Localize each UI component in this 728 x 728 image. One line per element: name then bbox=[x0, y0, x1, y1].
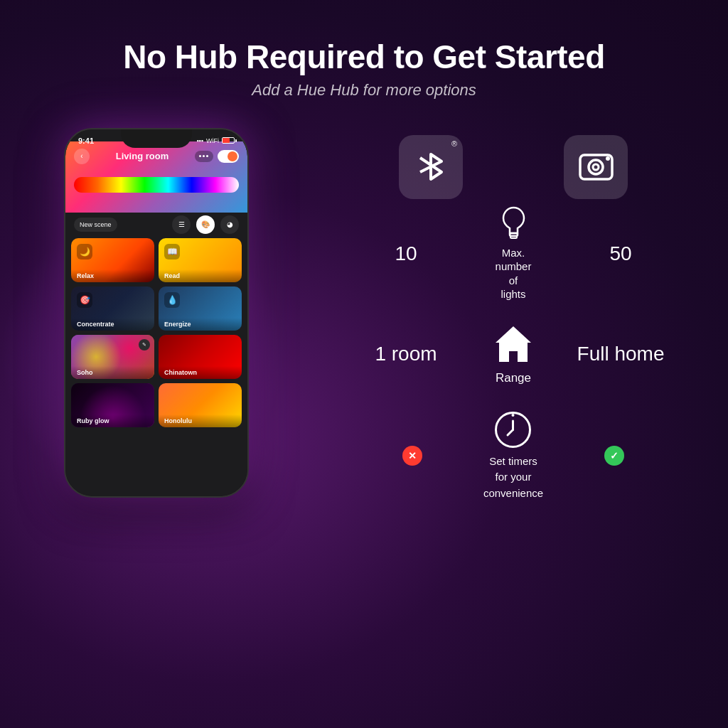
clock-icon bbox=[493, 410, 532, 449]
scene-honolulu[interactable]: Honolulu bbox=[159, 383, 242, 427]
lights-label: Max. numberof lights bbox=[496, 246, 532, 301]
room-title: Living room bbox=[116, 151, 168, 161]
main-content: 9:41 ▪▪▪ WiFi ‹ Living room bbox=[0, 121, 728, 502]
wifi-icon: WiFi bbox=[206, 137, 219, 144]
hub-icon-container bbox=[564, 135, 628, 199]
svg-point-2 bbox=[593, 164, 599, 170]
phone-screen: 9:41 ▪▪▪ WiFi ‹ Living room bbox=[65, 129, 247, 496]
bluetooth-icon bbox=[413, 147, 449, 186]
scene-relax-label: Relax bbox=[71, 269, 154, 282]
lights-center: Max. numberof lights bbox=[485, 206, 542, 301]
scene-controls: New scene ☰ 🎨 ◕ bbox=[65, 213, 247, 238]
timer-section: ✕ Set timersfor yourconvenience ✓ bbox=[334, 400, 692, 502]
color-wheel-button[interactable]: ◕ bbox=[220, 215, 239, 234]
yes-timer-icon: ✓ bbox=[604, 446, 624, 466]
info-panel: ® 10 bbox=[291, 121, 707, 502]
signal-icon: ▪▪▪ bbox=[196, 137, 203, 144]
back-button[interactable]: ‹ bbox=[74, 149, 90, 164]
svg-point-10 bbox=[512, 414, 515, 417]
timer-bluetooth-status: ✕ bbox=[341, 446, 483, 466]
relax-icon: 🌙 bbox=[77, 244, 92, 259]
read-icon: 📖 bbox=[164, 244, 180, 259]
no-timer-icon: ✕ bbox=[402, 446, 422, 466]
scene-relax[interactable]: 🌙 Relax bbox=[71, 238, 154, 282]
room-header: ‹ Living room bbox=[65, 141, 247, 213]
energize-icon: 💧 bbox=[164, 292, 180, 308]
scene-concentrate[interactable]: 🎯 Concentrate bbox=[71, 287, 154, 331]
battery-icon bbox=[222, 137, 235, 144]
bluetooth-icon-container: ® bbox=[399, 135, 463, 199]
icons-row: ® bbox=[334, 135, 692, 199]
scene-soho[interactable]: ✎ Soho bbox=[71, 335, 154, 379]
lights-section: 10 Max. numberof lights 50 bbox=[334, 206, 692, 309]
more-options-button[interactable] bbox=[195, 151, 213, 162]
page-header: No Hub Required to Get Started Add a Hue… bbox=[0, 0, 728, 121]
range-hub-label: Full home bbox=[556, 343, 685, 365]
hub-count-value: 50 bbox=[556, 242, 685, 265]
scene-rubyglow-label: Ruby glow bbox=[71, 414, 154, 427]
phone-mockup: 9:41 ▪▪▪ WiFi ‹ Living room bbox=[64, 128, 249, 498]
bulb-icon bbox=[501, 206, 526, 242]
phone-wrapper: 9:41 ▪▪▪ WiFi ‹ Living room bbox=[21, 128, 291, 498]
status-time: 9:41 bbox=[78, 136, 94, 145]
scene-read-label: Read bbox=[159, 269, 242, 282]
control-icons: ☰ 🎨 ◕ bbox=[172, 215, 239, 234]
house-icon bbox=[492, 323, 535, 365]
scene-honolulu-label: Honolulu bbox=[159, 414, 242, 427]
list-view-button[interactable]: ☰ bbox=[172, 215, 191, 234]
bluetooth-lights-count: 10 bbox=[341, 242, 471, 265]
range-section: 1 room Range Full home bbox=[334, 309, 692, 400]
scene-energize[interactable]: 💧 Energize bbox=[159, 287, 242, 331]
svg-point-3 bbox=[606, 156, 610, 161]
svg-rect-5 bbox=[510, 236, 517, 238]
palette-button[interactable]: 🎨 bbox=[196, 215, 215, 234]
bluetooth-count-value: 10 bbox=[341, 242, 471, 265]
color-bar[interactable] bbox=[74, 177, 239, 193]
svg-point-1 bbox=[589, 160, 603, 174]
scenes-grid: 🌙 Relax 📖 Read 🎯 Concentrate 💧 Energize bbox=[65, 238, 247, 427]
hub-range-value: Full home bbox=[556, 343, 685, 365]
scene-concentrate-label: Concentrate bbox=[71, 318, 154, 331]
scene-chinatown-label: Chinatown bbox=[159, 366, 242, 379]
scene-rubyglow[interactable]: Ruby glow bbox=[71, 383, 154, 427]
concentrate-icon: 🎯 bbox=[77, 292, 92, 308]
main-subtitle: Add a Hue Hub for more options bbox=[0, 81, 728, 100]
timer-hub-status: ✓ bbox=[543, 446, 685, 466]
reg-mark: ® bbox=[451, 139, 457, 148]
svg-line-9 bbox=[508, 429, 513, 435]
phone-notch bbox=[121, 129, 192, 148]
hub-icon bbox=[577, 149, 616, 185]
room-toggle[interactable] bbox=[218, 150, 239, 163]
svg-marker-6 bbox=[496, 326, 531, 362]
scene-soho-label: Soho bbox=[71, 366, 154, 379]
range-bluetooth-label: 1 room bbox=[341, 343, 471, 365]
edit-badge[interactable]: ✎ bbox=[139, 339, 150, 350]
hub-lights-count: 50 bbox=[556, 242, 685, 265]
timer-center: Set timersfor yourconvenience bbox=[483, 410, 543, 502]
new-scene-button[interactable]: New scene bbox=[74, 218, 117, 232]
main-title: No Hub Required to Get Started bbox=[0, 39, 728, 75]
range-label: Range bbox=[496, 371, 531, 385]
status-icons: ▪▪▪ WiFi bbox=[196, 137, 235, 144]
scene-chinatown[interactable]: Chinatown bbox=[159, 335, 242, 379]
scene-energize-label: Energize bbox=[159, 318, 242, 331]
range-center: Range bbox=[485, 323, 542, 385]
bluetooth-range-value: 1 room bbox=[341, 343, 471, 365]
timer-label: Set timersfor yourconvenience bbox=[483, 454, 543, 502]
room-controls bbox=[195, 150, 239, 163]
scene-read[interactable]: 📖 Read bbox=[159, 238, 242, 282]
